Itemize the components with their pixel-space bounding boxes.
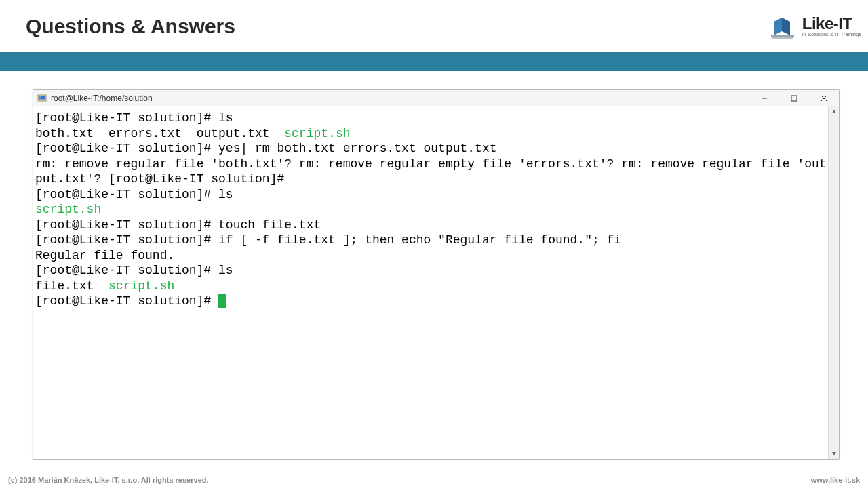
svg-marker-12 [832,110,836,113]
copyright-text: (c) 2016 Marián Knězek, Like-IT, s.r.o. … [8,476,209,484]
out-files-1b: script.sh [284,127,350,140]
minimize-button[interactable] [749,90,779,106]
scroll-up-icon[interactable] [829,106,839,117]
prompt: [root@Like-IT solution]# [35,233,218,247]
brand-logo: Like-IT IT Solutions & IT Trainings [768,12,861,41]
window-controls [749,90,839,106]
cursor-icon [218,294,226,308]
svg-marker-1 [782,18,790,35]
logo-main-text: Like-IT [802,16,852,32]
prompt: [root@Like-IT solution]# [35,264,218,277]
slide-footer: (c) 2016 Marián Knězek, Like-IT, s.r.o. … [0,471,868,488]
out-files-3a: file.txt [35,279,108,293]
terminal-window: root@Like-IT:/home/solution [root@Like-I… [33,89,840,460]
vertical-scrollbar[interactable] [828,106,839,459]
prompt: [root@Like-IT solution]# [35,188,218,201]
svg-rect-2 [771,35,794,37]
page-title: Questions & Answers [26,15,235,38]
logo-graphic-icon [768,12,797,41]
putty-icon [37,94,47,103]
cmd-yes-rm: yes| rm both.txt errors.txt output.txt [218,142,496,155]
svg-rect-9 [791,96,797,101]
svg-rect-3 [772,37,793,39]
cmd-ls-3: ls [218,264,233,277]
svg-marker-0 [774,18,782,35]
logo-text: Like-IT IT Solutions & IT Trainings [802,16,861,37]
prompt: [root@Like-IT solution]# [35,294,218,308]
out-rm-prompts: rm: remove regular file 'both.txt'? rm: … [35,157,827,186]
footer-url: www.like-it.sk [811,476,860,484]
close-button[interactable] [809,90,839,106]
svg-rect-5 [39,96,45,99]
svg-marker-13 [832,452,836,455]
terminal-content[interactable]: [root@Like-IT solution]# ls both.txt err… [33,110,839,309]
out-files-1a: both.txt errors.txt output.txt [35,127,284,140]
out-files-3b: script.sh [108,279,174,293]
prompt: [root@Like-IT solution]# [35,142,218,155]
slide-header: Questions & Answers Like-IT IT Solutions… [0,0,868,52]
cmd-ls-1: ls [218,111,233,125]
prompt: [root@Like-IT solution]# [35,218,218,232]
out-script-only: script.sh [35,203,101,216]
out-regular-file: Regular file found. [35,249,174,262]
maximize-button[interactable] [779,90,809,106]
window-titlebar[interactable]: root@Like-IT:/home/solution [33,90,839,106]
scroll-down-icon[interactable] [829,448,839,459]
cmd-touch: touch file.txt [218,218,321,232]
window-title-text: root@Like-IT:/home/solution [51,94,153,103]
accent-band [0,52,868,71]
terminal-body[interactable]: [root@Like-IT solution]# ls both.txt err… [33,106,839,459]
cmd-if-test: if [ -f file.txt ]; then echo "Regular f… [218,233,621,247]
cmd-ls-2: ls [218,188,233,201]
logo-sub-text: IT Solutions & IT Trainings [802,32,861,37]
prompt: [root@Like-IT solution]# [35,111,218,125]
